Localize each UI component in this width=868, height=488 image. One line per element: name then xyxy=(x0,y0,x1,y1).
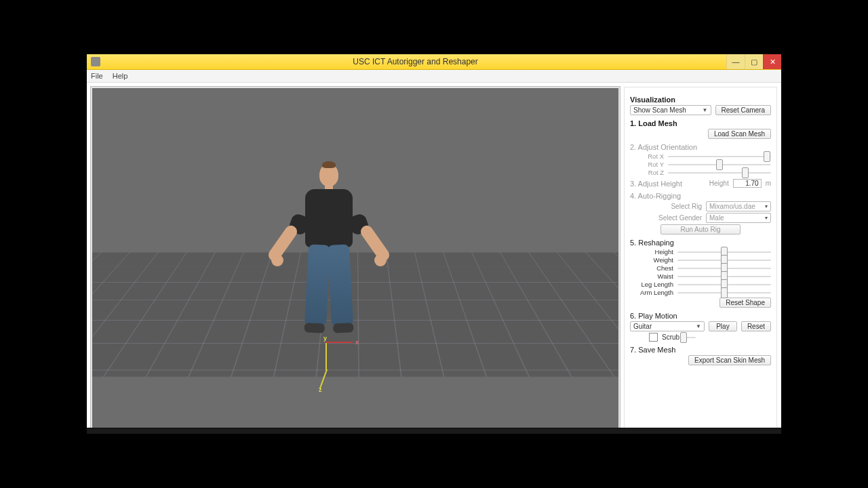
section-visualization: Visualization xyxy=(630,96,771,104)
reshape-waist-label: Waist xyxy=(630,272,673,280)
select-gender-label: Select Gender xyxy=(658,214,702,222)
rot-y-slider[interactable] xyxy=(668,163,771,167)
reshape-weight-label: Weight xyxy=(630,256,673,264)
section-save-mesh: 7. Save Mesh xyxy=(630,346,771,354)
taskbar xyxy=(87,428,781,434)
minimize-button[interactable]: — xyxy=(726,54,745,69)
window-controls: — ▢ ✕ xyxy=(726,54,781,69)
reset-motion-button[interactable]: Reset xyxy=(741,321,771,331)
chevron-down-icon: ▼ xyxy=(703,107,708,113)
height-label: Height xyxy=(709,180,729,187)
window-title: USC ICT Autorigger and Reshaper xyxy=(104,57,726,66)
axis-x-gizmo xyxy=(326,342,353,343)
section-adjust-orientation: 2. Adjust Orientation xyxy=(630,143,771,151)
scan-mesh-figure xyxy=(304,163,354,326)
reshape-waist-slider[interactable] xyxy=(677,274,771,279)
load-scan-mesh-button[interactable]: Load Scan Mesh xyxy=(708,129,771,139)
rot-x-label: Rot X xyxy=(630,152,664,160)
reshape-chest-label: Chest xyxy=(630,264,673,272)
play-button[interactable]: Play xyxy=(709,321,737,331)
height-input[interactable]: 1.70 xyxy=(733,179,762,188)
menu-bar: File Help xyxy=(87,70,781,83)
rot-z-slider[interactable] xyxy=(668,171,771,175)
select-rig-value: Mixamo/us.dae xyxy=(709,203,755,210)
reshape-weight-slider[interactable] xyxy=(677,258,771,262)
app-icon xyxy=(91,57,100,66)
run-auto-rig-button[interactable]: Run Auto Rig xyxy=(660,224,741,235)
axis-y-label: y xyxy=(323,335,327,342)
motion-clip-select[interactable]: Guitar ▼ xyxy=(630,321,705,331)
rot-z-label: Rot Z xyxy=(630,169,664,176)
axis-x-label: x xyxy=(355,339,359,346)
section-play-motion: 6. Play Motion xyxy=(630,312,771,320)
scrub-checkbox[interactable] xyxy=(649,333,658,342)
chevron-down-icon: ▼ xyxy=(696,323,701,329)
client-area: x y z Visualization Show Scan Mesh ▼ Res… xyxy=(87,83,781,434)
axis-z-label: z xyxy=(319,386,322,393)
ground-grid xyxy=(91,252,620,377)
scrub-label: Scrub xyxy=(662,333,679,341)
menu-help[interactable]: Help xyxy=(113,72,128,80)
scrub-slider[interactable] xyxy=(684,336,696,340)
viewport-3d[interactable]: x y z xyxy=(91,87,620,431)
select-rig-dropdown[interactable]: Mixamo/us.dae ▾ xyxy=(706,201,771,211)
chevron-down-icon: ▾ xyxy=(765,203,768,209)
reshape-arm-length-slider[interactable] xyxy=(677,291,771,295)
select-gender-dropdown[interactable]: Male ▾ xyxy=(706,213,771,223)
reset-shape-button[interactable]: Reset Shape xyxy=(719,298,771,308)
select-rig-label: Select Rig xyxy=(671,203,702,210)
titlebar: USC ICT Autorigger and Reshaper — ▢ ✕ xyxy=(87,54,781,70)
menu-file[interactable]: File xyxy=(91,72,103,80)
reshape-arm-length-label: Arm Length xyxy=(630,289,673,296)
maximize-button[interactable]: ▢ xyxy=(745,54,763,69)
controls-panel: Visualization Show Scan Mesh ▼ Reset Cam… xyxy=(624,87,777,431)
reshape-leg-length-slider[interactable] xyxy=(677,283,771,287)
reshape-chest-slider[interactable] xyxy=(677,266,771,270)
section-reshaping: 5. Reshaping xyxy=(630,239,771,247)
height-unit: m xyxy=(766,180,771,187)
app-window: USC ICT Autorigger and Reshaper — ▢ ✕ Fi… xyxy=(87,54,781,434)
select-gender-value: Male xyxy=(709,214,724,222)
chevron-down-icon: ▾ xyxy=(765,215,768,221)
axis-y-gizmo xyxy=(326,343,327,370)
reshape-height-label: Height xyxy=(630,248,673,256)
reshape-height-slider[interactable] xyxy=(677,250,771,254)
reset-camera-button[interactable]: Reset Camera xyxy=(715,105,771,115)
reshape-leg-length-label: Leg Length xyxy=(630,281,673,288)
motion-clip-value: Guitar xyxy=(633,323,652,330)
export-scan-skin-mesh-button[interactable]: Export Scan Skin Mesh xyxy=(688,355,771,365)
rot-y-label: Rot Y xyxy=(630,161,664,168)
close-button[interactable]: ✕ xyxy=(763,54,781,69)
section-load-mesh: 1. Load Mesh xyxy=(630,119,771,127)
rot-x-slider[interactable] xyxy=(668,155,771,159)
visualization-mode-select[interactable]: Show Scan Mesh ▼ xyxy=(630,105,711,115)
visualization-mode-value: Show Scan Mesh xyxy=(633,106,686,114)
section-auto-rigging: 4. Auto-Rigging xyxy=(630,192,771,200)
section-adjust-height: 3. Adjust Height xyxy=(630,180,682,188)
